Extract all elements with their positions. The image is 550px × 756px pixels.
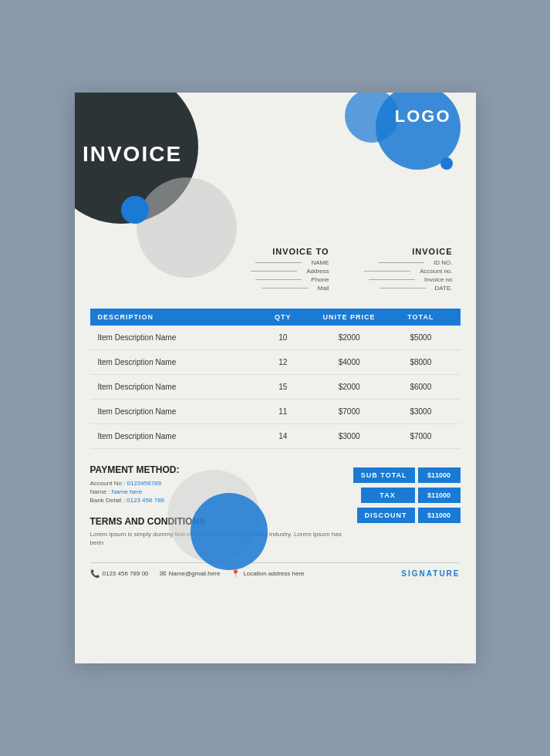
invoice-bottom: PAYMENT METHOD: Account No : 0123456789N…	[75, 449, 476, 555]
info-line-invoice-no: Invoice no	[360, 276, 453, 283]
td-description: Item Description Name	[98, 383, 257, 391]
td-description: Item Description Name	[98, 333, 257, 342]
info-line-phone: Phone	[237, 276, 329, 283]
td-qty: 11	[256, 407, 309, 416]
footer-location: 📍 Location address here	[231, 569, 304, 578]
th-price: UNITE PRICE	[309, 313, 389, 321]
td-qty: 10	[256, 333, 309, 342]
table-body: Item Description Name 10 $2000 $5000 Ite…	[90, 326, 461, 449]
footer-phone-text: 0123 456 789 00	[103, 570, 149, 577]
logo-dot	[440, 157, 453, 170]
total-row: TAX $11000	[361, 488, 461, 503]
total-row: SUB TOTAL $11000	[353, 467, 461, 483]
total-label: SUB TOTAL	[353, 467, 415, 483]
footer-email: ✉ Name@gmail.here	[160, 569, 221, 578]
td-description: Item Description Name	[98, 432, 257, 440]
invoice-to-block: INVOICE TO NAME Address Phone Mail	[237, 247, 329, 293]
invoice-title: INVOICE	[83, 142, 182, 167]
td-price: $7000	[309, 407, 389, 416]
invoice-details-title: INVOICE	[360, 247, 453, 256]
td-price: $2000	[309, 383, 389, 391]
total-value: $11000	[418, 508, 461, 523]
td-total: $7000	[389, 432, 452, 440]
logo-text: LOGO	[395, 106, 451, 127]
info-line-id: ID NO.	[360, 259, 453, 266]
td-price: $2000	[309, 333, 389, 342]
th-qty: QTY	[256, 313, 309, 321]
td-qty: 14	[256, 432, 309, 440]
location-icon: 📍	[231, 569, 240, 578]
table-row: Item Description Name 11 $7000 $3000	[90, 400, 461, 424]
footer-signature: SIGNATURE	[401, 569, 460, 578]
footer-email-text: Name@gmail.here	[169, 570, 221, 577]
bottom-blue-circle	[191, 493, 268, 570]
td-price: $4000	[309, 358, 389, 366]
table-row: Item Description Name 14 $3000 $7000	[90, 424, 461, 449]
total-value: $11000	[418, 488, 461, 503]
total-row: DISCOUNT $11000	[357, 508, 461, 523]
invoice-footer: 📞 0123 456 789 00 ✉ Name@gmail.here 📍 Lo…	[90, 562, 461, 578]
total-label: TAX	[361, 488, 415, 503]
td-total: $6000	[389, 383, 452, 391]
info-line-name: NAME	[237, 259, 329, 266]
header-grey-circle	[137, 177, 237, 278]
logo-area: LOGO	[353, 93, 461, 162]
invoice-document: INVOICE LOGO INVOICE TO NAME Address Pho…	[75, 93, 476, 663]
invoice-to-title: INVOICE TO	[237, 247, 329, 256]
td-description: Item Description Name	[98, 358, 257, 366]
table-row: Item Description Name 12 $4000 $8000	[90, 350, 461, 375]
invoice-table: DESCRIPTION QTY UNITE PRICE TOTAL Item D…	[90, 309, 461, 449]
td-description: Item Description Name	[98, 407, 257, 416]
email-icon: ✉	[160, 569, 166, 578]
th-description: DESCRIPTION	[98, 313, 257, 321]
footer-location-text: Location address here	[243, 570, 304, 577]
td-total: $8000	[389, 358, 452, 366]
invoice-header: INVOICE LOGO	[75, 93, 476, 231]
footer-phone: 📞 0123 456 789 00	[90, 569, 149, 578]
td-total: $3000	[389, 407, 452, 416]
td-total: $5000	[389, 333, 452, 342]
phone-icon: 📞	[90, 569, 100, 578]
table-row: Item Description Name 10 $2000 $5000	[90, 326, 461, 350]
invoice-info-section: INVOICE TO NAME Address Phone Mail INVOI…	[75, 239, 476, 293]
totals-section: SUB TOTAL $11000 TAX $11000 DISCOUNT $11…	[353, 467, 461, 547]
info-line-account: Account no.	[360, 268, 453, 275]
td-qty: 15	[256, 383, 309, 391]
info-line-date: DATE.	[360, 285, 453, 292]
table-header: DESCRIPTION QTY UNITE PRICE TOTAL	[90, 309, 461, 326]
td-qty: 12	[256, 358, 309, 366]
total-value: $11000	[418, 467, 461, 483]
invoice-details-block: INVOICE ID NO. Account no. Invoice no DA…	[360, 247, 453, 293]
payment-section: PAYMENT METHOD: Account No : 0123456789N…	[90, 464, 346, 547]
total-label: DISCOUNT	[357, 508, 415, 523]
info-line-mail: Mail	[237, 285, 329, 292]
td-price: $3000	[309, 432, 389, 440]
th-total: TOTAL	[389, 313, 452, 321]
info-line-address: Address	[237, 268, 329, 275]
footer-contacts: 📞 0123 456 789 00 ✉ Name@gmail.here 📍 Lo…	[90, 569, 305, 578]
table-row: Item Description Name 15 $2000 $6000	[90, 375, 461, 400]
header-blue-small-circle	[121, 196, 149, 224]
